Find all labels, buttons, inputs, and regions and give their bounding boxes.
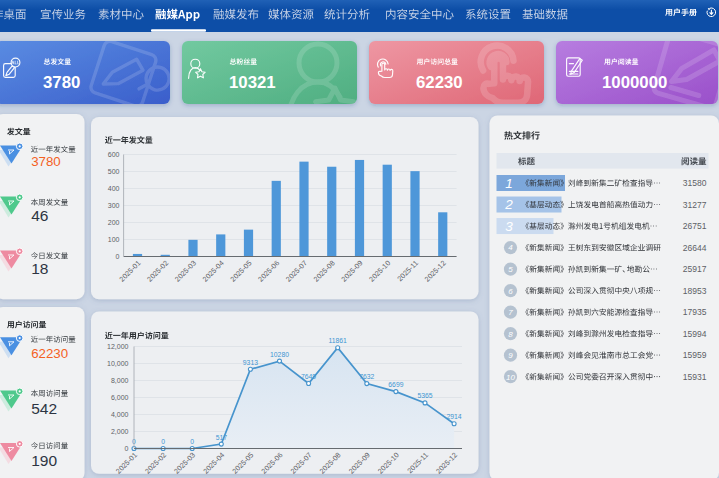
svg-text:15959: 15959 [683,350,707,360]
svg-text:10280: 10280 [270,351,289,358]
svg-text:5: 5 [508,265,513,274]
svg-text:9: 9 [508,351,513,360]
svg-text:0: 0 [190,438,194,445]
svg-text:500: 500 [108,168,120,175]
svg-text:8: 8 [508,330,513,339]
svg-text:11861: 11861 [328,337,347,344]
svg-text:4,000: 4,000 [111,411,129,418]
svg-text:15931: 15931 [683,372,707,382]
svg-text:600: 600 [108,151,120,158]
svg-text:0: 0 [161,438,165,445]
svg-text:17935: 17935 [683,307,707,317]
svg-text:6: 6 [508,287,513,296]
svg-text:25917: 25917 [683,264,707,274]
svg-text:15994: 15994 [683,329,707,339]
svg-text:190: 190 [31,452,57,469]
svg-text:542: 542 [31,400,57,417]
svg-text:18: 18 [31,260,48,277]
svg-text:18953: 18953 [683,286,707,296]
svg-text:12,000: 12,000 [107,343,129,350]
svg-text:6,000: 6,000 [111,394,129,401]
svg-text:26644: 26644 [683,243,707,253]
svg-text:10,000: 10,000 [107,360,129,367]
svg-text:9313: 9313 [243,359,258,366]
svg-text:4: 4 [508,243,513,252]
svg-text:300: 300 [108,202,120,209]
svg-text:0: 0 [116,253,120,260]
svg-text:517: 517 [216,434,228,441]
svg-text:200: 200 [108,219,120,226]
svg-text:0: 0 [125,445,129,452]
svg-text:62230: 62230 [31,346,68,361]
svg-text:31580: 31580 [683,178,707,188]
svg-text:8,000: 8,000 [111,377,129,384]
svg-text:400: 400 [108,185,120,192]
svg-text:7649: 7649 [301,373,316,380]
svg-text:100: 100 [108,236,120,243]
svg-text:2914: 2914 [447,413,462,420]
svg-text:1: 1 [505,176,513,191]
svg-text:6699: 6699 [388,381,403,388]
svg-text:5365: 5365 [417,392,432,399]
svg-text:3780: 3780 [43,73,80,92]
svg-text:3780: 3780 [31,154,61,169]
svg-text:3: 3 [505,219,513,234]
svg-text:26751: 26751 [683,221,707,231]
svg-text:2: 2 [504,197,513,212]
svg-text:31277: 31277 [683,200,707,210]
svg-text:7632: 7632 [359,373,374,380]
svg-text:10321: 10321 [229,73,276,92]
svg-text:46: 46 [31,207,48,224]
svg-text:7: 7 [508,308,513,317]
svg-text:62230: 62230 [416,73,463,92]
svg-text:10: 10 [506,373,515,382]
svg-text:2,000: 2,000 [111,428,129,435]
